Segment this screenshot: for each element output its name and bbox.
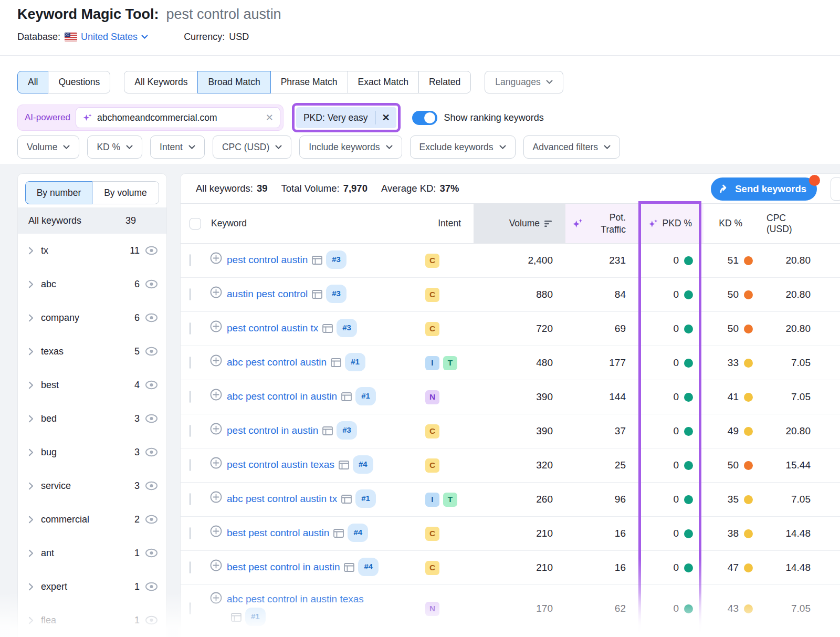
database-selector[interactable]: United States [65,32,148,43]
row-checkbox[interactable] [190,602,191,614]
column-header-keyword[interactable]: Keyword [210,204,421,243]
filter-intent[interactable]: Intent [150,135,205,159]
eye-icon[interactable] [145,548,158,558]
serp-features-icon[interactable] [341,492,352,509]
filter-cpc-usd[interactable]: CPC (USD) [213,135,291,159]
tab-exact-match[interactable]: Exact Match [348,71,419,93]
add-keyword-icon[interactable] [210,525,222,537]
row-checkbox[interactable] [190,288,191,300]
eye-icon[interactable] [145,615,158,625]
ranking-position-badge[interactable]: #3 [326,285,346,302]
row-checkbox[interactable] [190,493,191,505]
tab-related[interactable]: Related [418,71,471,93]
more-actions-button[interactable] [831,177,840,201]
languages-dropdown[interactable]: Languages [485,71,563,93]
column-header-intent[interactable]: Intent [421,204,474,243]
ranking-position-badge[interactable]: #3 [326,250,346,268]
keyword-group-service[interactable]: service 3 [18,469,166,503]
keyword-group-tx[interactable]: tx 11 [18,234,166,267]
filter-advanced-filters[interactable]: Advanced filters [523,135,621,159]
chevron-right-icon[interactable] [28,549,34,557]
column-header-volume[interactable]: Volume [474,204,565,243]
eye-icon[interactable] [145,515,158,524]
filter-include-keywords[interactable]: Include keywords [299,135,402,159]
add-keyword-icon[interactable] [210,559,222,571]
tab-questions[interactable]: Questions [48,71,110,93]
row-checkbox[interactable] [190,322,191,335]
add-keyword-icon[interactable] [210,389,222,401]
column-header-cpc[interactable]: CPC (USD) [766,204,840,243]
eye-icon[interactable] [145,347,158,356]
keyword-link[interactable]: best pest control austin [227,527,329,538]
keyword-group-expert[interactable]: expert 1 [18,570,166,603]
keyword-link[interactable]: pest control in austin [227,425,318,436]
keyword-group-bug[interactable]: bug 3 [18,435,166,469]
keyword-link[interactable]: abc pest control in austin [227,391,337,402]
tab-phrase-match[interactable]: Phrase Match [270,71,348,93]
eye-icon[interactable] [145,582,158,591]
send-keywords-button[interactable]: Send keywords [711,177,817,201]
filter-volume[interactable]: Volume [17,135,79,159]
keyword-link[interactable]: abc pest control austin [227,357,327,368]
keyword-link[interactable]: austin pest control [227,288,308,299]
eye-icon[interactable] [145,380,158,390]
serp-features-icon[interactable] [322,321,333,338]
eye-icon[interactable] [145,481,158,490]
eye-icon[interactable] [145,313,158,322]
row-checkbox[interactable] [190,391,191,403]
chevron-right-icon[interactable] [28,516,34,524]
chevron-right-icon[interactable] [28,617,34,624]
column-header-kd[interactable]: KD % [704,204,766,243]
row-checkbox[interactable] [190,425,191,437]
keyword-link[interactable]: best pest control in austin [227,561,340,572]
chevron-right-icon[interactable] [28,448,34,456]
keyword-group-texas[interactable]: texas 5 [18,335,166,368]
keyword-link[interactable]: abc pest control austin tx [227,493,337,504]
add-keyword-icon[interactable] [210,491,222,503]
serp-features-icon[interactable] [312,253,322,270]
ranking-position-badge[interactable]: #1 [245,608,266,625]
show-ranking-keywords-toggle[interactable] [412,111,437,125]
eye-icon[interactable] [145,246,158,255]
chevron-right-icon[interactable] [28,415,34,423]
chevron-right-icon[interactable] [28,482,34,490]
remove-pkd-filter-icon[interactable]: ✕ [376,112,396,123]
tab-all-keywords[interactable]: All Keywords [124,71,198,93]
keyword-group-abc[interactable]: abc 6 [18,267,166,301]
add-keyword-icon[interactable] [210,423,222,435]
add-keyword-icon[interactable] [210,354,222,367]
keyword-link[interactable]: pest control austin texas [227,459,334,470]
chevron-right-icon[interactable] [28,280,34,288]
ranking-position-badge[interactable]: #3 [337,421,357,439]
serp-features-icon[interactable] [312,287,322,304]
chevron-right-icon[interactable] [28,381,34,389]
add-keyword-icon[interactable] [210,252,222,264]
clear-domain-icon[interactable]: ✕ [266,112,274,123]
keyword-link[interactable]: pest control austin [227,254,308,265]
ranking-position-badge[interactable]: #1 [345,353,365,371]
tab-all[interactable]: All [17,71,48,93]
add-keyword-icon[interactable] [210,320,222,332]
keyword-group-bed[interactable]: bed 3 [18,402,166,435]
serp-features-icon[interactable] [333,526,344,543]
ranking-position-badge[interactable]: #4 [353,455,373,473]
sort-by-volume-button[interactable]: By volume [92,181,159,204]
sort-by-number-button[interactable]: By number [25,181,92,204]
keyword-link[interactable]: pest control austin tx [227,322,318,333]
keyword-group-commercial[interactable]: commercial 2 [18,503,166,536]
row-checkbox[interactable] [190,527,191,539]
eye-icon[interactable] [145,279,158,289]
ranking-position-badge[interactable]: #4 [358,558,379,576]
keyword-group-ant[interactable]: ant 1 [18,536,166,570]
pkd-filter-chip[interactable]: PKD: Very easy ✕ [296,107,396,128]
ranking-position-badge[interactable]: #1 [355,387,376,405]
keyword-group-company[interactable]: company 6 [18,301,166,335]
serp-features-icon[interactable] [322,423,333,441]
filter-kd[interactable]: KD % [87,135,142,159]
ranking-position-badge[interactable]: #3 [337,319,357,337]
column-header-pot-traffic[interactable]: Pot.Traffic [565,204,642,243]
ranking-position-badge[interactable]: #4 [348,524,368,541]
tab-broad-match[interactable]: Broad Match [197,71,270,93]
keyword-link[interactable]: abc pest control in austin texas [227,593,364,604]
chevron-right-icon[interactable] [28,583,34,591]
